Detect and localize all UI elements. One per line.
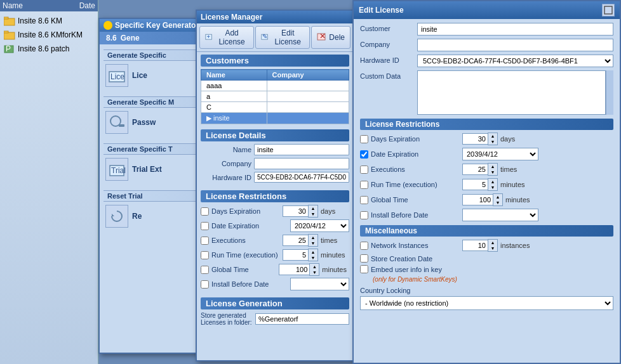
executions-checkbox[interactable] — [201, 237, 209, 245]
network-down[interactable]: ▼ — [488, 245, 497, 251]
executions-input[interactable] — [283, 235, 308, 246]
install-before-row: Install Before Date — [201, 278, 349, 290]
delete-license-button[interactable]: ✕ Dele — [311, 26, 351, 49]
edit-install-before-label: Install Before Date — [371, 211, 460, 219]
customers-section: Customers Name Company aaaa a C — [197, 52, 353, 127]
left-item-label-0: Insite 8.6 KM — [18, 16, 62, 25]
edit-run-down[interactable]: ▼ — [488, 185, 497, 190]
edit-run-spin-btns: ▲ ▼ — [488, 178, 498, 191]
executions-up[interactable]: ▲ — [309, 235, 317, 240]
network-inst-input[interactable] — [462, 240, 488, 251]
passw-icon — [105, 111, 128, 134]
install-before-label: Install Before Date — [211, 280, 288, 288]
table-row[interactable]: C — [201, 102, 349, 113]
edit-days-exp-input[interactable] — [462, 133, 488, 145]
left-item-0[interactable]: Insite 8.6 KM — [0, 14, 98, 28]
edit-customer-input[interactable] — [417, 23, 613, 36]
maximize-button[interactable] — [602, 4, 615, 16]
executions-spin-btns: ▲ ▼ — [308, 234, 318, 247]
license-details-title: License Details — [201, 129, 349, 141]
edit-exec-up[interactable]: ▲ — [488, 164, 497, 169]
embed-user-checkbox[interactable] — [360, 265, 368, 273]
edit-run-up[interactable]: ▲ — [488, 179, 497, 185]
global-time-checkbox[interactable] — [201, 266, 209, 274]
edit-license-button[interactable]: ✎ Edit License — [255, 26, 310, 49]
name-label: Name — [201, 146, 251, 153]
name-input[interactable] — [254, 144, 349, 155]
network-up[interactable]: ▲ — [488, 240, 497, 245]
edit-company-input[interactable] — [417, 39, 613, 51]
install-before-select[interactable] — [290, 278, 349, 290]
store-creation-checkbox[interactable] — [360, 254, 368, 263]
network-inst-checkbox[interactable] — [360, 242, 368, 250]
run-time-up[interactable]: ▲ — [309, 249, 317, 255]
edit-install-before-checkbox[interactable] — [360, 211, 368, 219]
days-unit: days — [321, 207, 349, 215]
folder-label: Store generated Licenses in folder: — [201, 312, 253, 326]
license-restrictions-section: License Restrictions Days Expiration ▲ ▼… — [197, 188, 353, 295]
edit-custom-data-row: Custom Data — [360, 70, 613, 115]
days-exp-checkbox[interactable] — [201, 207, 209, 216]
global-time-up[interactable]: ▲ — [310, 264, 319, 270]
country-locking-label: Country Locking — [360, 287, 613, 294]
install-before-checkbox[interactable] — [201, 280, 209, 289]
hardware-id-row: Hardware ID — [201, 172, 349, 183]
run-time-checkbox[interactable] — [201, 251, 209, 259]
edit-global-time-input[interactable] — [462, 194, 493, 205]
left-item-1[interactable]: Insite 8.6 KMforKM — [0, 28, 98, 42]
col-company-header: Company — [267, 70, 349, 81]
edit-license-label: Edit License — [271, 29, 304, 46]
hardware-id-input[interactable] — [254, 172, 349, 183]
edit-run-time-input[interactable] — [462, 179, 488, 190]
edit-custom-data-textarea[interactable] — [417, 70, 606, 115]
date-exp-select[interactable]: 2020/4/12 — [290, 219, 349, 232]
edit-executions-checkbox[interactable] — [360, 166, 368, 174]
edit-hardware-id-select[interactable]: 5CC9-EDB2-DCA6-77F4-C5D0-D6F7-B496-4BF1 — [417, 55, 613, 67]
company-label: Company — [201, 160, 251, 167]
toolbar: + Add License ✎ Edit License ✕ Dele — [197, 23, 353, 52]
edit-executions-input[interactable] — [462, 164, 488, 175]
table-row[interactable]: a — [201, 91, 349, 102]
run-time-input[interactable] — [283, 249, 308, 261]
global-time-input[interactable] — [279, 264, 309, 275]
edit-days-up[interactable]: ▲ — [488, 133, 497, 139]
folder-input[interactable] — [255, 313, 349, 325]
days-exp-down[interactable]: ▼ — [309, 211, 317, 217]
edit-global-up[interactable]: ▲ — [493, 194, 502, 200]
company-input[interactable] — [254, 158, 349, 169]
edit-days-down[interactable]: ▼ — [488, 139, 497, 145]
edit-exec-down[interactable]: ▼ — [488, 169, 497, 175]
days-exp-up[interactable]: ▲ — [309, 205, 317, 211]
hardware-id-label: Hardware ID — [201, 174, 251, 181]
edit-customer-label: Customer — [360, 23, 417, 32]
customer-company-2 — [267, 102, 349, 113]
country-locking-select[interactable]: - Worldwide (no restriction) — [360, 296, 613, 310]
reset-icon — [105, 205, 128, 228]
days-exp-input[interactable] — [283, 205, 308, 217]
edit-hardware-id-label: Hardware ID — [360, 55, 417, 64]
edit-install-before-select[interactable] — [462, 209, 538, 221]
edit-date-exp-select[interactable]: 2039/4/12 — [462, 148, 538, 160]
edit-date-exp-checkbox[interactable] — [360, 150, 368, 159]
folder-icon — [4, 30, 15, 40]
custom-data-scrollbar[interactable] — [606, 70, 613, 115]
svg-rect-9 — [119, 124, 124, 127]
table-row[interactable]: aaaa — [201, 81, 349, 91]
edit-global-down[interactable]: ▼ — [493, 200, 502, 205]
run-time-unit: minutes — [321, 251, 349, 259]
executions-down[interactable]: ▼ — [309, 240, 317, 246]
date-exp-checkbox[interactable] — [201, 222, 209, 230]
edit-global-time-checkbox[interactable] — [360, 196, 368, 204]
run-time-row: Run Time (execution) ▲ ▼ minutes — [201, 249, 349, 261]
company-row: Company — [201, 158, 349, 169]
left-item-2[interactable]: P Insite 8.6 patch — [0, 42, 98, 56]
global-time-down[interactable]: ▼ — [310, 270, 319, 275]
edit-run-time-checkbox[interactable] — [360, 181, 368, 189]
run-time-down[interactable]: ▼ — [309, 255, 317, 261]
col-name-header: Name — [201, 70, 267, 81]
edit-days-exp-checkbox[interactable] — [360, 135, 368, 143]
svg-text:✎: ✎ — [263, 33, 268, 40]
table-row[interactable]: ▶ insite — [201, 113, 349, 124]
add-license-button[interactable]: + Add License — [199, 26, 254, 49]
gene-label: Gene — [121, 34, 140, 42]
